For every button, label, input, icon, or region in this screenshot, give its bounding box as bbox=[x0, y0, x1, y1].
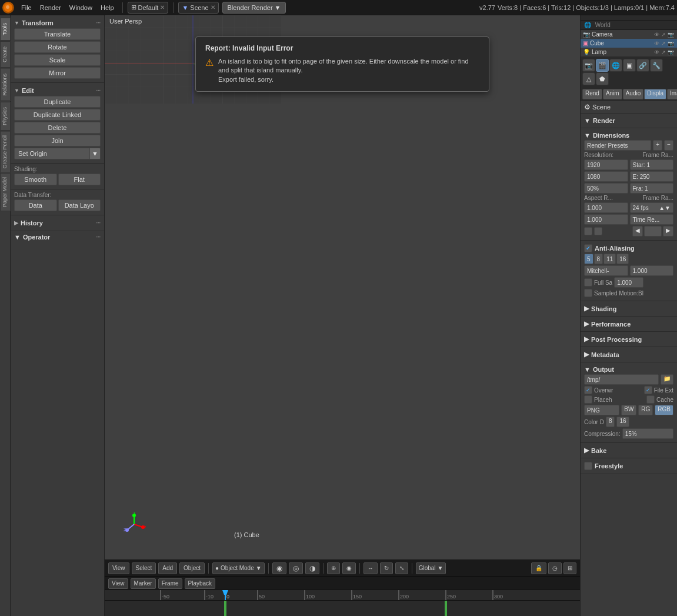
cube-render-btn[interactable]: 📷 bbox=[667, 41, 675, 46]
workspace-block[interactable]: ⊞ Default ✕ bbox=[128, 2, 169, 14]
mirror-btn[interactable]: Mirror bbox=[14, 67, 101, 79]
rgb-btn[interactable]: RG bbox=[638, 405, 653, 415]
output-path-field[interactable]: /tmp/ bbox=[584, 374, 659, 385]
compression-field[interactable]: 15% bbox=[622, 428, 673, 439]
menu-window[interactable]: Window bbox=[66, 3, 96, 12]
shading-rp-title[interactable]: ▶ Shading bbox=[584, 304, 673, 314]
mode-select[interactable]: ● Object Mode ▼ bbox=[212, 562, 265, 574]
set-origin-label[interactable]: Set Origin bbox=[15, 148, 89, 159]
side-tab-grease[interactable]: Grease Pencil bbox=[0, 131, 11, 173]
side-tab-paper[interactable]: Paper Model bbox=[0, 173, 11, 211]
render-sub-image-ed[interactable]: Image Ed # bbox=[667, 89, 677, 99]
proportional-btn[interactable]: ◉ bbox=[342, 562, 356, 574]
prop-tab-modifier[interactable]: 🔧 bbox=[650, 59, 663, 72]
tl-playback-btn[interactable]: Playback bbox=[185, 578, 216, 589]
camera-eye-btn[interactable]: 👁 bbox=[653, 32, 660, 38]
transform-scale-btn[interactable]: ⤡ bbox=[395, 562, 408, 574]
select-menu-btn[interactable]: Select bbox=[132, 562, 156, 574]
color-16-btn[interactable]: 16 bbox=[616, 417, 629, 427]
menu-render[interactable]: Render bbox=[36, 3, 65, 12]
res-x-field[interactable]: 1920 bbox=[584, 159, 628, 170]
scene-block[interactable]: ▼ Scene ✕ bbox=[178, 2, 218, 14]
side-tab-tools[interactable]: Tools bbox=[0, 18, 11, 41]
history-header[interactable]: ▶ History ··· bbox=[14, 218, 101, 228]
scale-btn[interactable]: Scale bbox=[14, 54, 101, 66]
aa-checkbox[interactable] bbox=[584, 244, 592, 252]
render-preview-btn[interactable]: ◷ bbox=[548, 562, 562, 574]
render-sub-anim[interactable]: Anim bbox=[603, 89, 622, 99]
presets-add-btn[interactable]: + bbox=[653, 140, 662, 151]
freestyle-cb[interactable] bbox=[584, 462, 592, 470]
duplicate-linked-btn[interactable]: Duplicate Linked bbox=[14, 109, 101, 121]
camera-cursor-btn[interactable]: ↗ bbox=[661, 32, 666, 38]
add-menu-btn[interactable]: Add bbox=[158, 562, 177, 574]
time-minus-btn[interactable]: ◀ bbox=[632, 226, 643, 237]
bw-btn[interactable]: BW bbox=[621, 405, 636, 415]
prop-tab-render[interactable]: 📷 bbox=[582, 59, 595, 72]
delete-btn[interactable]: Delete bbox=[14, 122, 101, 134]
rgba-btn[interactable]: RGB bbox=[655, 405, 673, 415]
menu-help[interactable]: Help bbox=[97, 3, 118, 12]
operator-header[interactable]: ▼ Operator ··· bbox=[14, 234, 101, 241]
tl-marker-btn[interactable]: Marker bbox=[131, 578, 156, 589]
render-sub-render[interactable]: Rend bbox=[582, 89, 602, 99]
frame-end-field[interactable]: E: 250 bbox=[630, 171, 674, 182]
tl-view-btn[interactable]: View bbox=[108, 578, 128, 589]
transform-move-btn[interactable]: ↔ bbox=[363, 562, 378, 574]
orientation-select[interactable]: Global ▼ bbox=[416, 562, 446, 574]
side-tab-physics[interactable]: Physics bbox=[0, 102, 11, 131]
format-field[interactable]: PNG bbox=[584, 405, 619, 415]
join-btn[interactable]: Join bbox=[14, 135, 101, 146]
cb-2[interactable] bbox=[594, 227, 602, 235]
lamp-cursor-btn[interactable]: ↗ bbox=[661, 49, 666, 55]
menu-file[interactable]: File bbox=[18, 3, 35, 12]
aa-sample-5[interactable]: 5 bbox=[584, 254, 593, 264]
cube-row[interactable]: ▣ Cube 👁 ↗ 📷 bbox=[581, 39, 677, 48]
time-plus-btn[interactable]: ▶ bbox=[663, 226, 673, 237]
overwrite-cb[interactable] bbox=[584, 386, 592, 394]
lamp-render-btn[interactable]: 📷 bbox=[667, 49, 675, 55]
edit-header[interactable]: ▼ Edit ··· bbox=[14, 85, 101, 96]
render-engine-btn[interactable]: Blender Render ▼ bbox=[222, 2, 286, 14]
placeh-cb[interactable] bbox=[584, 395, 592, 404]
fps-field[interactable]: 24 fps ▲▼ bbox=[630, 202, 674, 213]
render-sub-audio[interactable]: Audio bbox=[623, 89, 644, 99]
prop-tab-constraints[interactable]: 🔗 bbox=[636, 59, 649, 72]
cube-eye-btn[interactable]: 👁 bbox=[653, 41, 660, 46]
full-sample-cb[interactable] bbox=[584, 278, 592, 287]
render-sub-display[interactable]: Displa bbox=[644, 89, 666, 99]
rotate-btn[interactable]: Rotate bbox=[14, 41, 101, 53]
viewport-solid-btn[interactable]: ◑ bbox=[305, 562, 319, 574]
transform-rotate-btn[interactable]: ↻ bbox=[380, 562, 393, 574]
prop-tab-scene[interactable]: 🎬 bbox=[596, 59, 609, 72]
transform-header[interactable]: ▼ Transform ··· bbox=[14, 18, 101, 28]
aa-sample-8[interactable]: 8 bbox=[594, 254, 603, 264]
workspace-close[interactable]: ✕ bbox=[160, 4, 165, 11]
duplicate-btn[interactable]: Duplicate bbox=[14, 96, 101, 108]
render-section-title[interactable]: ▼ Render bbox=[584, 116, 673, 125]
set-origin-btn[interactable]: Set Origin ▼ bbox=[14, 148, 101, 159]
prop-tab-material[interactable]: ⬟ bbox=[596, 72, 609, 85]
res-y-field[interactable]: 1080 bbox=[584, 171, 628, 182]
presets-del-btn[interactable]: − bbox=[664, 140, 673, 151]
aa-sample-16[interactable]: 16 bbox=[616, 254, 629, 264]
freestyle-title[interactable]: Freestyle bbox=[584, 461, 673, 471]
time-re-field[interactable]: Time Re... bbox=[630, 214, 674, 225]
timeline-track[interactable] bbox=[105, 601, 580, 616]
dimensions-title[interactable]: ▼ Dimensions bbox=[584, 131, 673, 140]
aspect-y-field[interactable]: 1.000 bbox=[584, 214, 628, 225]
aa-sample-11[interactable]: 11 bbox=[603, 254, 616, 264]
side-tab-relations[interactable]: Relations bbox=[0, 68, 11, 101]
sampled-cb[interactable] bbox=[584, 289, 592, 297]
full-sample-val[interactable]: 1.000 bbox=[614, 277, 643, 288]
side-tab-create[interactable]: Create bbox=[0, 41, 11, 68]
post-processing-title[interactable]: ▶ Post Processing bbox=[584, 334, 673, 344]
set-origin-arrow[interactable]: ▼ bbox=[89, 148, 100, 159]
aa-title[interactable]: Anti-Aliasing bbox=[584, 243, 673, 254]
aspect-x-field[interactable]: 1.000 bbox=[584, 202, 628, 213]
lock-btn[interactable]: 🔒 bbox=[531, 562, 546, 574]
transform-dots[interactable]: ··· bbox=[96, 20, 101, 26]
file-ext-cb[interactable] bbox=[644, 386, 652, 394]
render-presets-field[interactable]: Render Presets bbox=[584, 140, 651, 151]
cache-cb[interactable] bbox=[646, 395, 655, 404]
